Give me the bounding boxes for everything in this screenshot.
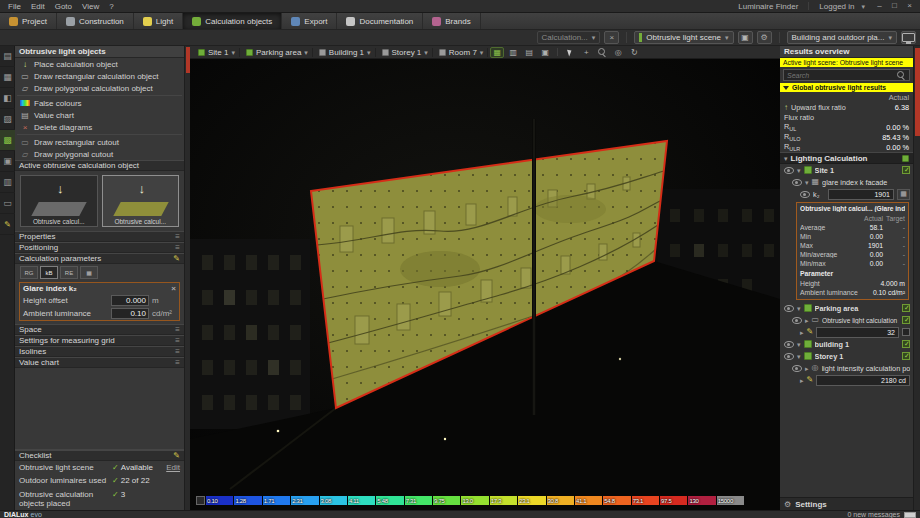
chevron-right-icon[interactable] bbox=[800, 376, 804, 385]
param-rg-button[interactable]: RG bbox=[20, 266, 38, 279]
param-grid-button[interactable]: ▦ bbox=[80, 266, 98, 279]
menu-item[interactable]: File bbox=[3, 2, 26, 11]
visibility-eye-icon[interactable] bbox=[784, 353, 794, 360]
visibility-eye-icon[interactable] bbox=[792, 317, 802, 324]
chevron-down-icon[interactable] bbox=[861, 2, 865, 11]
menu-item[interactable]: View bbox=[77, 2, 104, 11]
search-input[interactable] bbox=[787, 72, 897, 79]
visibility-eye-icon[interactable] bbox=[792, 179, 802, 186]
chevron-right-icon[interactable] bbox=[800, 328, 804, 337]
tool-draw-polygonal-cutout[interactable]: Draw polygonal cutout bbox=[15, 148, 184, 160]
intensity-value-box[interactable]: 2180 cd bbox=[816, 375, 910, 386]
visibility-eye-icon[interactable] bbox=[792, 365, 802, 372]
messages-icon[interactable] bbox=[904, 512, 916, 518]
section-positioning[interactable]: Positioning ≡ bbox=[15, 242, 184, 253]
scrollbar-thumb[interactable] bbox=[915, 48, 920, 136]
calculation-object-thumbnail[interactable]: ↓ Obtrusive calcul... bbox=[20, 175, 98, 227]
breadcrumb-building[interactable]: Building 1 bbox=[315, 48, 376, 57]
section-isolines[interactable]: Isolines ≡ bbox=[15, 346, 184, 357]
visibility-eye-icon[interactable] bbox=[784, 305, 794, 312]
tab-light[interactable]: Light bbox=[134, 13, 183, 29]
include-checkbox[interactable] bbox=[902, 340, 910, 348]
documentation-tool-icon[interactable]: ▥ bbox=[0, 172, 15, 193]
tree-row-calculation-surface[interactable]: ▭ Obtrusive light calculation surface 3 bbox=[780, 314, 913, 326]
clear-button[interactable] bbox=[604, 31, 619, 44]
light-scene-dropdown[interactable]: Obtrusive light scene bbox=[634, 31, 733, 44]
breadcrumb-storey[interactable]: Storey 1 bbox=[378, 48, 433, 57]
view-mode-dropdown[interactable]: Building and outdoor pla... bbox=[787, 31, 897, 44]
edit-icon[interactable] bbox=[807, 328, 814, 336]
messages-label[interactable]: 0 new messages bbox=[847, 511, 900, 518]
scene-3d-view[interactable]: 0.10 1.28 1.71 2.31 3.08 bbox=[190, 59, 780, 510]
grid-view-button[interactable]: ▦ bbox=[490, 47, 504, 58]
menu-item[interactable]: ? bbox=[104, 2, 118, 11]
include-checkbox[interactable] bbox=[902, 304, 910, 312]
tree-row-building[interactable]: building 1 bbox=[780, 338, 913, 350]
section-calculation-parameters[interactable]: Calculation parameters bbox=[15, 253, 184, 264]
luminaire-finder-link[interactable]: Luminaire Finder bbox=[738, 2, 798, 11]
chevron-right-icon[interactable] bbox=[805, 364, 809, 373]
calculation-object-thumbnail-selected[interactable]: ↓ Obtrusive calcul... bbox=[102, 175, 180, 227]
ambient-luminance-input[interactable]: 0.10 bbox=[111, 308, 149, 319]
height-offset-input[interactable]: 0.000 bbox=[111, 295, 149, 306]
param-re-button[interactable]: RE bbox=[60, 266, 78, 279]
include-checkbox[interactable] bbox=[902, 166, 910, 174]
tree-row-glare-facade[interactable]: ▦ glare index k facade bbox=[780, 176, 913, 188]
zoom-tool-button[interactable] bbox=[595, 47, 609, 58]
chevron-down-icon[interactable] bbox=[797, 304, 801, 313]
chevron-down-icon[interactable] bbox=[805, 178, 809, 187]
scenes-tool-icon[interactable]: ▨ bbox=[0, 109, 15, 130]
views-tool-icon[interactable]: ▭ bbox=[0, 193, 15, 214]
display-button[interactable] bbox=[901, 31, 916, 44]
rotate-tool-button[interactable]: ↻ bbox=[627, 47, 641, 58]
tab-brands[interactable]: Brands bbox=[423, 13, 480, 29]
close-icon[interactable] bbox=[171, 284, 176, 293]
section-measuring-grid[interactable]: Settings for measuring grid ≡ bbox=[15, 335, 184, 346]
scale-key-icon[interactable] bbox=[196, 496, 205, 505]
section-value-chart[interactable]: Value chart ≡ bbox=[15, 357, 184, 368]
tree-row-intensity-point[interactable]: ◎ light intensity calculation point bbox=[780, 362, 913, 374]
value-checkbox[interactable] bbox=[902, 328, 910, 336]
maximize-button[interactable]: □ bbox=[887, 0, 902, 12]
split-view-button[interactable]: ▥ bbox=[506, 47, 520, 58]
section-space[interactable]: Space ≡ bbox=[15, 324, 184, 335]
close-button[interactable] bbox=[902, 0, 917, 12]
breadcrumb-site[interactable]: Site 1 bbox=[194, 48, 240, 57]
breadcrumb-room[interactable]: Room 7 bbox=[435, 48, 489, 57]
settings-bar[interactable]: Settings bbox=[780, 497, 913, 510]
menu-item[interactable]: Goto bbox=[50, 2, 77, 11]
visibility-eye-icon[interactable] bbox=[800, 191, 810, 198]
calculation-objects-tool-icon[interactable]: ▩ bbox=[0, 130, 15, 151]
surfaces-tool-icon[interactable]: ▦ bbox=[0, 67, 15, 88]
global-results-header[interactable]: Global obtrusive light results bbox=[780, 83, 913, 92]
section-properties[interactable]: Properties ≡ bbox=[15, 231, 184, 242]
tree-row-parking-area[interactable]: Parking area bbox=[780, 302, 913, 314]
tool-delete-diagrams[interactable]: Delete diagrams bbox=[15, 121, 184, 133]
select-tool-button[interactable] bbox=[563, 47, 577, 58]
chevron-down-icon[interactable] bbox=[797, 340, 801, 349]
include-checkbox[interactable] bbox=[902, 352, 910, 360]
include-checkbox[interactable] bbox=[902, 316, 910, 324]
edit-tool-icon[interactable] bbox=[0, 214, 15, 235]
tool-value-chart[interactable]: Value chart bbox=[15, 109, 184, 121]
tool-draw-polygonal-calculation[interactable]: Draw polygonal calculation object bbox=[15, 82, 184, 94]
chevron-down-icon[interactable] bbox=[797, 352, 801, 361]
tree-row-intensity-value[interactable]: 2180 cd bbox=[780, 374, 913, 386]
luminaires-tool-icon[interactable]: ◧ bbox=[0, 88, 15, 109]
tool-draw-rectangular-calculation[interactable]: Draw rectangular calculation object bbox=[15, 70, 184, 82]
calculation-dropdown[interactable]: Calculation... bbox=[537, 31, 601, 44]
menu-item[interactable]: Edit bbox=[26, 2, 50, 11]
properties-tool-icon[interactable]: ▤ bbox=[0, 46, 15, 67]
false-colours-button[interactable]: ▦ bbox=[897, 189, 910, 200]
orbit-tool-button[interactable]: ◎ bbox=[611, 47, 625, 58]
k2-value-box[interactable]: 1901 bbox=[828, 189, 894, 200]
tree-row-storey[interactable]: Storey 1 bbox=[780, 350, 913, 362]
chevron-down-icon[interactable] bbox=[797, 166, 801, 175]
tool-false-colours[interactable]: False colours bbox=[15, 97, 184, 109]
edit-icon[interactable] bbox=[807, 376, 814, 384]
chevron-right-icon[interactable] bbox=[805, 316, 809, 325]
lighting-calculation-header[interactable]: Lighting Calculation bbox=[780, 152, 913, 164]
view-options-button[interactable]: ▣ bbox=[738, 31, 753, 44]
single-view-button[interactable]: ▣ bbox=[538, 47, 552, 58]
visibility-eye-icon[interactable] bbox=[784, 167, 794, 174]
